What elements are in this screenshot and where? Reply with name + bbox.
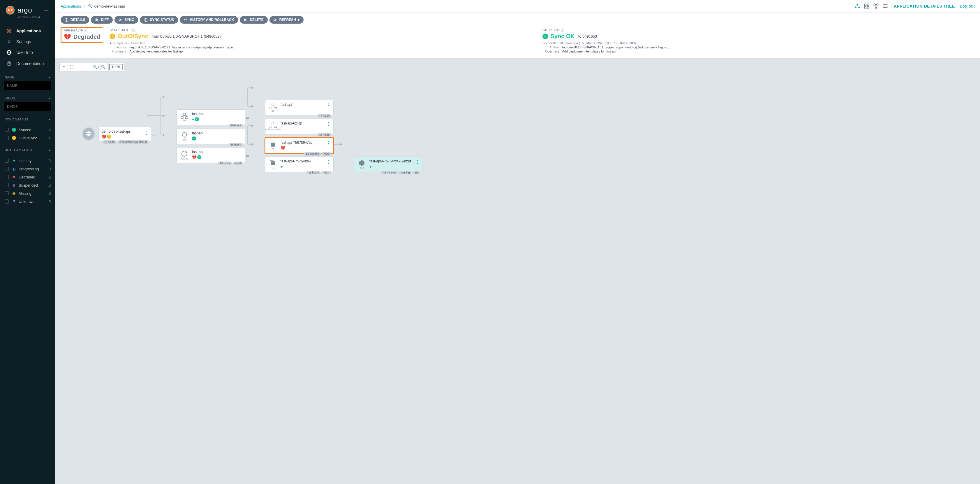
vdots-icon[interactable]: ⋮ [144,130,149,136]
minus-icon[interactable]: − [84,63,92,71]
filter-healthy[interactable]: ♥Healthy3 [4,157,51,165]
node-ep[interactable]: ep fast-api ⋮ 18 hours [265,100,334,116]
svg-rect-20 [181,117,183,118]
filter-outofsync[interactable]: ↑OutOfSync1 [4,134,51,142]
nav-settings[interactable]: ⚙Settings [0,37,55,47]
svg-point-2 [8,51,10,53]
check-icon: ✓ [195,117,199,121]
sync-button[interactable]: ⟳SYNC [115,16,138,24]
filter-kinds-input[interactable] [4,102,51,111]
view-list-icon[interactable] [882,3,889,10]
svg-rect-9 [864,4,866,6]
zoom-out-icon[interactable]: 🔍− [100,63,109,71]
history-button[interactable]: ↶HISTORY AND ROLLBACK [180,16,238,24]
refresh-icon: ⟳ [274,18,278,22]
node-app-root[interactable]: demo-dev-fast-api 💔↑ ⋮ 18 hours2 paramet… [81,127,151,142]
filter-missing[interactable]: ⯐Missing0 [4,189,51,197]
vdots-icon[interactable]: ⋮ [238,112,242,123]
filter-unknown[interactable]: ?Unknown0 [4,197,51,206]
doc-icon [6,61,12,66]
svg-rect-23 [272,104,274,105]
heart-icon: ♥ [192,117,194,121]
menu-icon[interactable]: ⋯ [959,27,965,33]
vdots-icon[interactable]: ⋮ [326,103,331,113]
align-left-icon[interactable]: ≡ [60,63,68,71]
svg-rect-7 [855,7,856,8]
info-icon[interactable]: i [561,29,564,32]
node-pod[interactable]: pod fast-api-675754fd47-wnzpz♥ ⋮ 41 minu… [354,157,422,173]
vdots-icon[interactable]: ⋮ [326,141,331,151]
heart-icon: ♥ [369,165,372,169]
expand-icon[interactable] [246,117,249,119]
delete-button[interactable]: ✖DELETE [240,16,267,24]
svg-rect-19 [183,113,186,115]
node-rs-1[interactable]: rs fast-api-756786475c💔 ⋮ 14 minutesrev:… [264,137,334,154]
chevron-up-icon[interactable] [48,77,51,78]
filter-suspended[interactable]: ⏸Suspended0 [4,181,51,189]
heart-broken-icon: 💔 [192,155,197,160]
svg-rect-21 [186,117,188,118]
logout-link[interactable]: Log out [960,4,975,8]
vdots-icon[interactable]: ⋮ [326,159,331,170]
expand-icon[interactable] [334,165,338,166]
sync-status-button[interactable]: ⓘSYNC STATUS [140,16,178,24]
filter-progressing[interactable]: ◐Progressing0 [4,165,51,173]
chevron-up-icon[interactable] [48,119,51,120]
vdots-icon[interactable]: ⋮ [238,150,242,160]
node-svc[interactable]: svc fast-api♥✓ ⋮ 18 hours [177,109,245,125]
svg-marker-0 [7,29,11,31]
last-sync-value: Sync OK [550,33,575,40]
vdots-icon[interactable]: ⋮ [326,121,331,132]
nav-user-info[interactable]: User Info [0,47,55,58]
gear-icon: ⚙ [6,39,12,44]
vdots-icon[interactable]: ⋮ [238,131,242,142]
fit-icon[interactable]: ⛶ [68,63,76,71]
file-icon: 🗎 [95,18,99,22]
filter-degraded[interactable]: ♥Degraded2 [4,173,51,181]
sidebar: argo ← v2.13.2+dc43124 Applications ⚙Set… [0,0,55,484]
tree-canvas[interactable]: ≡ ⛶ + − 🔍+ 🔍− 100% de [55,59,980,484]
svg-rect-15 [875,7,876,8]
vdots-icon[interactable]: ⋮ [415,159,420,170]
expand-icon[interactable] [246,155,249,157]
breadcrumb-root[interactable]: Applications [60,4,81,8]
nav-applications[interactable]: Applications [0,26,55,37]
view-pods-icon[interactable] [864,3,870,10]
details-button[interactable]: ⓘDETAILS [60,16,89,24]
filter-name-input[interactable] [4,81,51,90]
check-icon: ✓ [192,136,196,141]
view-network-icon[interactable] [873,3,879,10]
expand-icon[interactable] [152,134,155,136]
svg-rect-28 [274,126,277,128]
last-sync-label: LAST SYNC [542,28,560,32]
filter-sync-label: SYNC STATUS [5,118,28,121]
refresh-button[interactable]: ⟳REFRESH▾ [269,16,304,24]
plus-icon[interactable]: + [76,63,84,71]
chevron-up-icon[interactable] [48,150,51,151]
node-sa[interactable]: sa fast-api✓ ⋮ 18 hours [177,129,245,144]
info-icon[interactable]: i [84,29,87,32]
svg-rect-31 [271,161,275,165]
menu-icon[interactable]: ⋯ [527,27,532,33]
node-deploy[interactable]: deploy fast-api💔✓ ⋮ 18 hoursrev:8 [177,147,245,163]
topbar: Applications / 🔍 demo-dev-fast-api APPLI… [55,0,980,13]
zoom-value: 100% [109,64,123,70]
filter-kinds-label: KINDS [5,96,15,100]
info-icon[interactable]: i [132,29,135,32]
view-tree-icon[interactable] [854,3,861,10]
sidebar-collapse-icon[interactable]: ← [43,6,51,14]
sync-status-value: OutOfSync [118,33,148,40]
node-rs-2[interactable]: rs fast-api-675754fd47♥ ⋮ 18 hoursrev:7 [265,157,334,173]
info-icon: ⓘ [144,18,148,22]
filter-synced[interactable]: ✓Synced2 [4,126,51,134]
svg-rect-13 [873,4,875,5]
chevron-up-icon[interactable] [48,97,51,99]
node-endpointslice[interactable]: endpointslice fast-api-6z4qf ⋮ 18 hours [265,119,334,134]
info-icon: ⓘ [65,18,69,22]
breadcrumb-app[interactable]: demo-dev-fast-api [94,4,125,8]
check-icon: ✓ [542,34,548,39]
zoom-in-icon[interactable]: 🔍+ [92,63,100,71]
svg-rect-11 [864,7,866,8]
diff-button[interactable]: 🗎DIFF [91,16,113,24]
nav-documentation[interactable]: Documentation [0,58,55,69]
